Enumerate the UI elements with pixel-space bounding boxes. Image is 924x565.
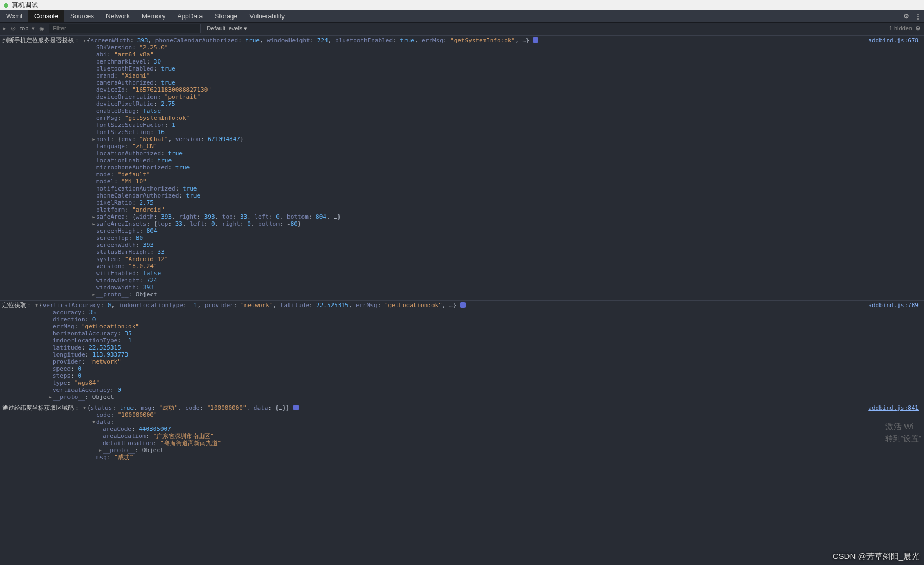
- object-property[interactable]: type: "wgs84": [48, 379, 924, 386]
- tab-storage[interactable]: Storage: [209, 10, 243, 22]
- object-property[interactable]: system: "Android 12": [91, 256, 924, 263]
- object-property[interactable]: language: "zh_CN": [91, 143, 924, 150]
- object-property[interactable]: indoorLocationType: -1: [48, 337, 924, 344]
- object-property[interactable]: accuracy: 35: [48, 309, 924, 316]
- object-property[interactable]: deviceOrientation: "portrait": [91, 93, 924, 100]
- object-property[interactable]: provider: "network": [48, 358, 924, 365]
- object-property[interactable]: latitude: 22.525315: [48, 344, 924, 351]
- source-link[interactable]: addbind.js:789: [868, 302, 924, 309]
- object-property[interactable]: speed: 0: [48, 365, 924, 372]
- object-property[interactable]: deviceId: "16576211830088827130": [91, 86, 924, 93]
- object-property[interactable]: locationEnabled: true: [91, 157, 924, 164]
- kebab-icon[interactable]: ⋮: [912, 12, 924, 20]
- object-property[interactable]: cameraAuthorized: true: [91, 79, 924, 86]
- object-properties: SDKVersion: "2.25.0"abi: "arm64-v8a"benc…: [91, 44, 924, 298]
- expand-icon[interactable]: ▸: [91, 291, 96, 298]
- tab-network[interactable]: Network: [100, 10, 136, 22]
- expand-icon[interactable]: ▾: [82, 37, 87, 44]
- object-property[interactable]: devicePixelRatio: 2.75: [91, 100, 924, 107]
- tab-sources[interactable]: Sources: [64, 10, 100, 22]
- object-property[interactable]: abi: "arm64-v8a": [91, 51, 924, 58]
- object-property[interactable]: locationAuthorized: true: [91, 150, 924, 157]
- object-property[interactable]: phoneCalendarAuthorized: true: [91, 192, 924, 199]
- object-property[interactable]: SDKVersion: "2.25.0": [91, 44, 924, 51]
- live-expression-icon[interactable]: ◉: [39, 25, 45, 32]
- gear-icon[interactable]: ⚙: [915, 25, 921, 32]
- expand-icon[interactable]: ▾: [34, 302, 39, 309]
- object-property[interactable]: errMsg: "getLocation:ok": [48, 323, 924, 330]
- object-property[interactable]: platform: "android": [91, 206, 924, 213]
- object-property[interactable]: ▾data:: [91, 418, 924, 426]
- object-property[interactable]: errMsg: "getSystemInfo:ok": [91, 115, 924, 122]
- hidden-count[interactable]: 1 hidden: [889, 25, 912, 31]
- object-property[interactable]: screenWidth: 393: [91, 242, 924, 249]
- object-property[interactable]: areaCode: 440305007: [91, 426, 924, 433]
- object-property[interactable]: screenTop: 80: [91, 234, 924, 242]
- info-icon[interactable]: [293, 405, 299, 410]
- object-property[interactable]: brand: "Xiaomi": [91, 72, 924, 79]
- object-property[interactable]: windowHeight: 724: [91, 277, 924, 284]
- object-property[interactable]: steps: 0: [48, 372, 924, 379]
- expand-icon[interactable]: ▾: [82, 404, 87, 411]
- tab-appdata[interactable]: AppData: [171, 10, 209, 22]
- object-property[interactable]: verticalAccuracy: 0: [48, 386, 924, 393]
- object-property[interactable]: code: "100000000": [91, 411, 924, 418]
- object-property[interactable]: direction: 0: [48, 316, 924, 323]
- info-icon[interactable]: [460, 302, 466, 308]
- chevron-down-icon: ▾: [32, 25, 35, 32]
- expand-icon[interactable]: ▸: [91, 220, 96, 227]
- object-property[interactable]: ▸__proto__: Object: [48, 393, 924, 401]
- tab-vulnerability[interactable]: Vulnerability: [243, 10, 291, 22]
- object-property[interactable]: windowWidth: 393: [91, 284, 924, 291]
- expand-icon[interactable]: ▾: [91, 418, 96, 426]
- object-property[interactable]: bluetoothEnabled: true: [91, 65, 924, 72]
- expand-icon[interactable]: ▸: [91, 136, 96, 143]
- log-levels-selector[interactable]: Default levels ▾: [206, 25, 247, 32]
- tab-console[interactable]: Console: [28, 10, 64, 22]
- clear-console-icon[interactable]: ⊘: [11, 25, 16, 32]
- object-property[interactable]: version: "8.0.24": [91, 263, 924, 270]
- object-property[interactable]: ▸host: {env: "WeChat", version: 67109484…: [91, 136, 924, 143]
- console-message: 定位获取：▾{verticalAccuracy: 0, indoorLocati…: [0, 300, 924, 403]
- object-summary[interactable]: {verticalAccuracy: 0, indoorLocationType…: [39, 302, 466, 309]
- tab-wxml[interactable]: Wxml: [0, 10, 28, 22]
- object-property[interactable]: msg: "成功": [91, 454, 924, 461]
- object-property[interactable]: fontSizeScaleFactor: 1: [91, 122, 924, 129]
- object-property[interactable]: screenHeight: 804: [91, 227, 924, 234]
- object-property[interactable]: ▸__proto__: Object: [91, 291, 924, 298]
- object-property[interactable]: statusBarHeight: 33: [91, 249, 924, 256]
- object-property[interactable]: wifiEnabled: false: [91, 270, 924, 277]
- app-icon: [2, 2, 10, 9]
- expand-icon[interactable]: ▸: [91, 213, 96, 220]
- object-property[interactable]: mode: "default": [91, 171, 924, 178]
- expand-icon[interactable]: ▸: [48, 393, 53, 401]
- gear-icon[interactable]: ⚙: [900, 12, 912, 20]
- object-property[interactable]: areaLocation: "广东省深圳市南山区": [91, 433, 924, 440]
- object-property[interactable]: longitude: 113.933773: [48, 351, 924, 358]
- object-property[interactable]: model: "Mi 10": [91, 178, 924, 185]
- object-property[interactable]: enableDebug: false: [91, 107, 924, 115]
- log-label: 定位获取：: [0, 302, 34, 309]
- expand-icon[interactable]: ▸: [98, 447, 103, 454]
- execute-icon[interactable]: ▸: [3, 25, 7, 32]
- object-property[interactable]: notificationAuthorized: true: [91, 185, 924, 192]
- object-property[interactable]: ▸safeArea: {width: 393, right: 393, top:…: [91, 213, 924, 220]
- info-icon[interactable]: [533, 37, 538, 43]
- object-property[interactable]: pixelRatio: 2.75: [91, 199, 924, 206]
- context-selector[interactable]: top: [20, 25, 28, 31]
- object-property[interactable]: horizontalAccuracy: 35: [48, 330, 924, 337]
- object-properties: accuracy: 35direction: 0errMsg: "getLoca…: [48, 309, 924, 401]
- object-summary[interactable]: {status: true, msg: "成功", code: "1000000…: [87, 404, 299, 411]
- object-property[interactable]: benchmarkLevel: 30: [91, 58, 924, 65]
- source-link[interactable]: addbind.js:841: [868, 404, 924, 411]
- object-summary[interactable]: {screenWidth: 393, phoneCalendarAuthoriz…: [87, 37, 538, 44]
- console-toolbar: ▸ ⊘ top ▾ ◉ Default levels ▾ 1 hidden ⚙: [0, 22, 924, 34]
- object-property[interactable]: ▸__proto__: Object: [91, 447, 924, 454]
- object-property[interactable]: ▸safeAreaInsets: {top: 33, left: 0, righ…: [91, 220, 924, 227]
- object-property[interactable]: microphoneAuthorized: true: [91, 164, 924, 171]
- source-link[interactable]: addbind.js:678: [868, 37, 924, 44]
- tab-memory[interactable]: Memory: [136, 10, 171, 22]
- filter-input[interactable]: [49, 24, 201, 33]
- object-property[interactable]: fontSizeSetting: 16: [91, 129, 924, 136]
- object-property[interactable]: detailLocation: "粤海街道高新南九道": [91, 440, 924, 447]
